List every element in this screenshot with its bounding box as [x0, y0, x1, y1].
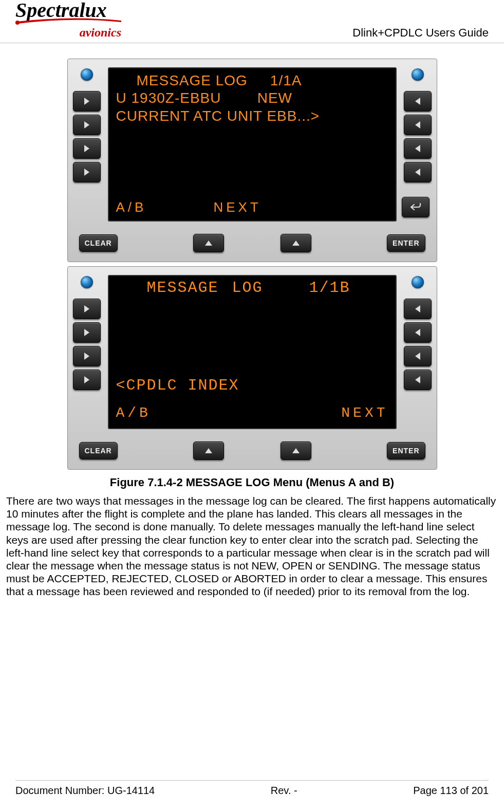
triangle-up-icon: [292, 241, 300, 246]
cpdlc-index-link: <CPDLC INDEX: [116, 377, 239, 394]
triangle-right-icon: [84, 329, 89, 336]
lsk-l2-button[interactable]: [73, 322, 101, 343]
triangle-right-icon: [84, 98, 89, 105]
screen-page: 1/1A: [270, 72, 302, 88]
footer-next: NEXT: [341, 405, 388, 421]
body-paragraph: There are two ways that messages in the …: [5, 494, 499, 598]
left-key-column: [68, 267, 106, 435]
triangle-right-icon: [84, 305, 89, 312]
screen-title: MESSAGE LOG: [137, 72, 248, 88]
triangle-left-icon: [415, 98, 420, 105]
lsk-r1-button[interactable]: [404, 299, 432, 319]
lsk-r4-button[interactable]: [404, 162, 432, 182]
page-footer: Document Number: UG-14114 Rev. - Page 11…: [15, 780, 489, 797]
lsk-return-button[interactable]: [402, 197, 430, 217]
lsk-l3-button[interactable]: [73, 346, 101, 366]
lsk-r2-button[interactable]: [404, 322, 432, 343]
document-title: Dlink+CPDLC Users Guide: [352, 26, 489, 40]
docnum-label: Document Number:: [15, 785, 107, 796]
triangle-up-icon: [292, 448, 300, 453]
revision-label: Rev. -: [271, 785, 297, 797]
lsk-r1-button[interactable]: [404, 91, 432, 112]
msg-line2: CURRENT ATC UNIT EBB...>: [116, 107, 388, 125]
lsk-r4-button[interactable]: [404, 370, 432, 390]
indicator-led-icon: [412, 68, 424, 81]
triangle-right-icon: [84, 121, 89, 128]
scroll-up-button[interactable]: [193, 234, 224, 252]
scroll-up-button[interactable]: [193, 441, 224, 460]
footer-next: NEXT: [213, 199, 261, 215]
triangle-left-icon: [415, 329, 420, 336]
lsk-l1-button[interactable]: [73, 91, 101, 112]
triangle-left-icon: [415, 305, 420, 312]
lsk-r3-button[interactable]: [404, 138, 432, 159]
lsk-l1-button[interactable]: [73, 299, 101, 319]
indicator-led-icon: [412, 276, 424, 288]
triangle-left-icon: [415, 169, 420, 176]
triangle-up-icon: [205, 448, 212, 453]
screen-page: 1/1B: [309, 279, 350, 297]
triangle-up-icon: [205, 241, 212, 246]
lsk-l4-button[interactable]: [73, 370, 101, 390]
cdu-screen-b: MESSAGE LOG 1/1B <CPDLC INDEX A/B NEXT: [108, 275, 397, 429]
indicator-led-icon: [81, 276, 93, 288]
msg-line1-left: U 1930Z-EBBU: [116, 90, 221, 106]
footer-ab: A/B: [116, 199, 147, 215]
clear-button[interactable]: CLEAR: [79, 234, 118, 252]
msg-line1-right: NEW: [257, 90, 292, 106]
triangle-left-icon: [415, 121, 420, 128]
triangle-right-icon: [84, 353, 89, 360]
enter-button[interactable]: ENTER: [387, 234, 425, 252]
lsk-r3-button[interactable]: [404, 346, 432, 366]
figure-caption: Figure 7.1.4-2 MESSAGE LOG Menu (Menus A…: [5, 476, 499, 489]
triangle-right-icon: [84, 376, 89, 383]
brand-logo: Spectralux avionics: [15, 0, 123, 40]
page-header: Spectralux avionics Dlink+CPDLC Users Gu…: [0, 0, 504, 43]
scroll-up-button[interactable]: [281, 441, 311, 460]
triangle-left-icon: [415, 353, 420, 360]
svg-point-0: [15, 21, 20, 25]
scroll-up-button[interactable]: [281, 234, 311, 252]
cdu-device-a: MESSAGE LOG 1/1A U 1930Z-EBBU NEW CURREN…: [67, 59, 437, 262]
cdu-screen-a: MESSAGE LOG 1/1A U 1930Z-EBBU NEW CURREN…: [108, 67, 397, 222]
page-number: Page 113 of 201: [413, 785, 489, 797]
cdu-device-b: MESSAGE LOG 1/1B <CPDLC INDEX A/B NEXT C…: [67, 266, 437, 470]
triangle-right-icon: [84, 145, 89, 152]
return-arrow-icon: [410, 202, 421, 212]
left-key-column: [68, 59, 106, 228]
lsk-l3-button[interactable]: [73, 138, 101, 159]
lsk-r2-button[interactable]: [404, 115, 432, 135]
indicator-led-icon: [81, 68, 93, 81]
screen-title: MESSAGE LOG: [147, 279, 263, 297]
triangle-left-icon: [415, 145, 420, 152]
triangle-left-icon: [415, 376, 420, 383]
enter-button[interactable]: ENTER: [387, 442, 425, 459]
footer-ab: A/B: [116, 405, 151, 421]
clear-button[interactable]: CLEAR: [79, 442, 118, 459]
lsk-l2-button[interactable]: [73, 115, 101, 135]
lsk-l4-button[interactable]: [73, 162, 101, 182]
right-key-column: [399, 267, 437, 435]
triangle-right-icon: [84, 169, 89, 176]
docnum-value: UG-14114: [107, 785, 155, 796]
